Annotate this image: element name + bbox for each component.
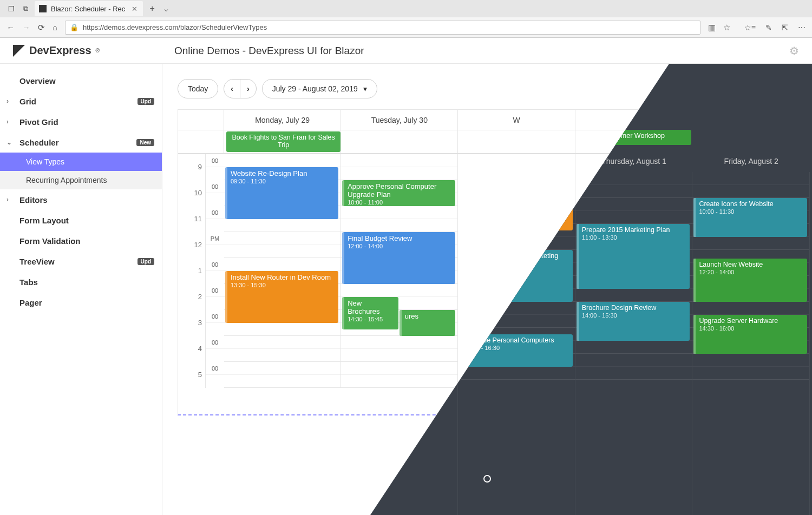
dark-day-column-thu[interactable]: Prepare 2015 Marketing Plan11:00 - 13:30… <box>575 172 693 515</box>
url-input[interactable]: 🔒 https://demos.devexpress.com/blazor/Sc… <box>65 21 700 35</box>
brand-name: DevExpress <box>29 44 91 57</box>
sidebar-grid[interactable]: ›GridUpd <box>0 91 162 111</box>
chevron-down-icon: ⌄ <box>6 138 12 146</box>
day-column-mon[interactable]: Website Re-Design Plan09:30 - 11:30 Inst… <box>224 154 341 388</box>
day-header-wed: W <box>458 110 575 130</box>
tabs-dropdown-icon[interactable]: ⌵ <box>159 2 173 16</box>
sidebar-pivot-grid[interactable]: ›Pivot Grid <box>0 111 162 132</box>
appt-create-icons[interactable]: Create Icons for Website10:00 - 11:30 <box>693 198 807 237</box>
sidebar-scheduler[interactable]: ⌄SchedulerNew <box>0 132 162 153</box>
sidebar-scheduler-view-types[interactable]: View Types <box>0 153 162 171</box>
sidebar-form-layout[interactable]: Form Layout <box>0 210 162 230</box>
browser-tab[interactable]: Blazor: Scheduler - Rec ✕ <box>35 1 143 16</box>
appt-install-router[interactable]: Install New Router in Dev Room13:30 - 15… <box>225 271 338 323</box>
sidebar: Overview ›GridUpd ›Pivot Grid ⌄Scheduler… <box>0 64 162 515</box>
appt-launch-website[interactable]: Launch New Website12:20 - 14:00 <box>693 259 807 302</box>
sidebar-pager[interactable]: Pager <box>0 292 162 313</box>
lock-icon: 🔒 <box>70 23 78 31</box>
appt-marketing-plan[interactable]: Prepare 2015 Marketing Plan11:00 - 13:30 <box>577 224 690 289</box>
window-duplicate-icon[interactable]: ⧉ <box>18 2 32 16</box>
today-button[interactable]: Today <box>178 79 218 98</box>
appt-brochures-2[interactable]: ures <box>400 310 456 336</box>
favorite-icon[interactable]: ☆ <box>723 23 730 32</box>
url-text: https://demos.devexpress.com/blazor/Sche… <box>83 23 267 31</box>
home-icon[interactable]: ⌂ <box>53 23 57 32</box>
forward-icon: → <box>22 23 30 32</box>
dark-day-header-fri: Friday, August 2 <box>692 150 810 172</box>
favorites-list-icon[interactable]: ☆≡ <box>744 23 756 32</box>
sidebar-form-validation[interactable]: Form Validation <box>0 230 162 251</box>
tab-title: Blazor: Scheduler - Rec <box>51 5 125 13</box>
close-icon[interactable]: ✕ <box>132 5 137 13</box>
more-icon[interactable]: ⋯ <box>798 23 806 32</box>
chevron-right-icon: › <box>6 97 9 105</box>
allday-cell-tue[interactable] <box>341 130 458 153</box>
gear-icon[interactable]: ⚙ <box>789 44 799 57</box>
chevron-left-icon: ‹ <box>231 84 233 93</box>
sidebar-tabs[interactable]: Tabs <box>0 272 162 292</box>
chevron-right-icon: › <box>247 84 250 93</box>
sidebar-treeview[interactable]: TreeViewUpd <box>0 251 162 272</box>
appt-final-budget[interactable]: Final Budget Review12:00 - 14:00 <box>342 232 455 284</box>
appt-website-redesign[interactable]: Website Re-Design Plan09:30 - 11:30 <box>225 167 338 219</box>
allday-cell-mon[interactable]: Book Flights to San Fran for Sales Trip <box>224 130 341 153</box>
caret-down-icon: ▾ <box>363 84 367 93</box>
prev-button[interactable]: ‹ <box>224 79 240 98</box>
page-header: DevExpress® Online Demos - DevExpress UI… <box>0 38 812 64</box>
share-icon[interactable]: ⇱ <box>782 23 788 32</box>
chevron-right-icon: › <box>6 118 9 126</box>
present-indicator-icon <box>483 475 491 483</box>
page-title: Online Demos - DevExpress UI for Blazor <box>159 45 789 57</box>
address-bar: ← → ⟳ ⌂ 🔒 https://demos.devexpress.com/b… <box>0 17 812 38</box>
sidebar-scheduler-recurring[interactable]: Recurring Appointments <box>0 171 162 189</box>
day-column-tue[interactable]: Approve Personal Computer Upgrade Plan10… <box>341 154 458 388</box>
browser-tab-bar: ❐ ⧉ Blazor: Scheduler - Rec ✕ + ⌵ <box>0 0 812 17</box>
notes-icon[interactable]: ✎ <box>765 23 772 32</box>
appt-new-brochures[interactable]: New Brochures14:30 - 15:45 <box>342 297 398 329</box>
appt-book-flights[interactable]: Book Flights to San Fran for Sales Trip <box>226 131 340 152</box>
tab-favicon-icon <box>39 5 47 12</box>
day-header-tue: Tuesday, July 30 <box>341 110 458 130</box>
sidebar-editors[interactable]: ›Editors <box>0 189 162 210</box>
dark-day-column-fri[interactable]: Create Icons for Website10:00 - 11:30 La… <box>692 172 810 515</box>
sidebar-overview[interactable]: Overview <box>0 70 162 91</box>
time-axis: 900 1000 1100 12PM 100 200 300 400 500 <box>178 154 224 388</box>
next-button[interactable]: › <box>240 79 257 98</box>
date-range-dropdown[interactable]: July 29 - August 02, 2019▾ <box>262 79 377 98</box>
back-icon[interactable]: ← <box>6 23 15 32</box>
devexpress-logo-icon <box>13 45 25 57</box>
appt-upgrade-plan[interactable]: Approve Personal Computer Upgrade Plan10… <box>342 180 455 206</box>
new-tab-button[interactable]: + <box>145 2 159 16</box>
refresh-icon[interactable]: ⟳ <box>38 23 45 32</box>
window-restore-icon[interactable]: ❐ <box>4 2 18 16</box>
reading-view-icon[interactable]: ▥ <box>708 23 716 32</box>
day-header-mon: Monday, July 29 <box>224 110 341 130</box>
appt-brochure-review[interactable]: Brochure Design Review14:00 - 15:30 <box>577 302 690 341</box>
chevron-right-icon: › <box>6 196 9 203</box>
appt-upgrade-hardware[interactable]: Upgrade Server Hardware14:30 - 16:00 <box>693 315 807 354</box>
